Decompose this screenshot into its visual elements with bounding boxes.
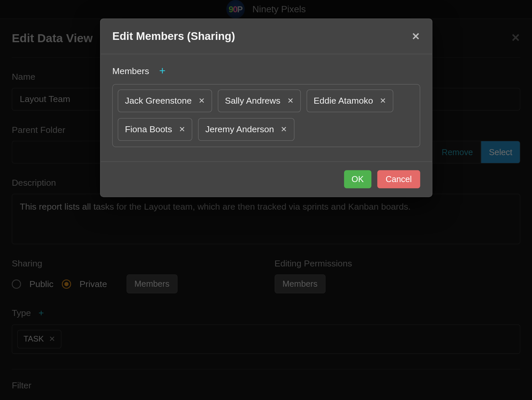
members-box[interactable]: Jack Greenstone ✕ Sally Andrews ✕ Eddie … [112,84,420,147]
member-name: Eddie Atamoko [314,96,373,106]
member-chip: Jeremy Anderson ✕ [198,118,294,141]
close-icon[interactable]: ✕ [380,96,386,106]
close-icon[interactable]: ✕ [199,96,205,106]
close-icon[interactable]: ✕ [281,125,287,134]
ok-button[interactable]: OK [344,170,371,188]
member-chip: Sally Andrews ✕ [218,89,301,112]
cancel-button[interactable]: Cancel [377,170,420,188]
member-chip: Eddie Atamoko ✕ [307,89,393,112]
edit-members-dialog: Edit Members (Sharing) ✕ Members + Jack … [100,19,432,197]
close-icon[interactable]: ✕ [179,125,185,134]
member-chip: Jack Greenstone ✕ [118,89,212,112]
close-icon[interactable]: ✕ [412,31,420,42]
member-name: Jeremy Anderson [205,124,274,134]
member-name: Sally Andrews [225,96,280,106]
members-label: Members [112,66,149,76]
plus-icon[interactable]: + [159,64,166,77]
close-icon[interactable]: ✕ [287,96,294,106]
member-chip: Fiona Boots ✕ [118,118,192,141]
dialog-title: Edit Members (Sharing) [112,30,235,43]
member-name: Jack Greenstone [125,96,192,106]
member-name: Fiona Boots [125,124,172,134]
